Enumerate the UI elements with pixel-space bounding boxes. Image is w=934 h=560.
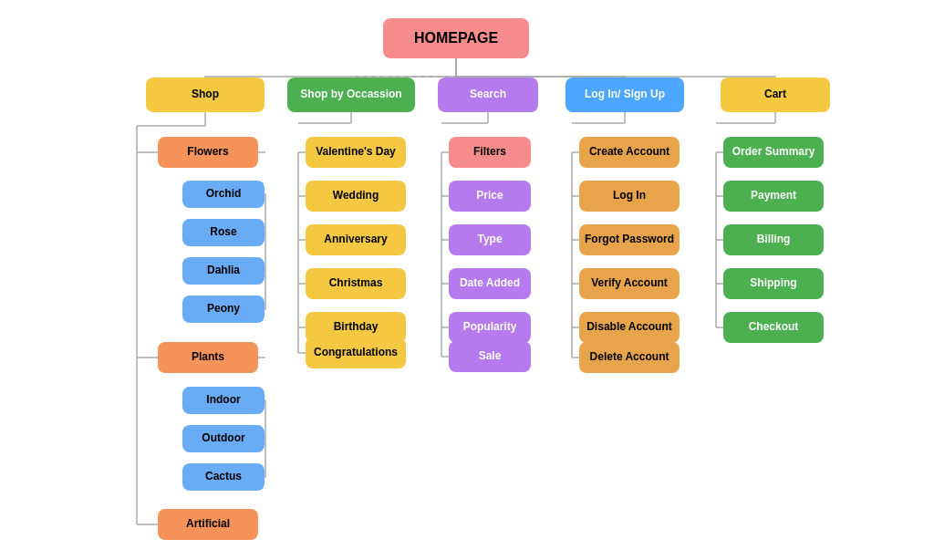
node-sale[interactable]: Sale xyxy=(449,341,531,372)
node-rose[interactable]: Rose xyxy=(182,219,265,246)
node-cart[interactable]: Cart xyxy=(721,78,830,112)
node-order_summary[interactable]: Order Summary xyxy=(723,137,824,168)
node-shipping[interactable]: Shipping xyxy=(723,268,824,299)
node-checkout[interactable]: Checkout xyxy=(723,312,824,343)
node-plants[interactable]: Plants xyxy=(158,342,258,373)
node-price[interactable]: Price xyxy=(449,181,531,212)
node-payment[interactable]: Payment xyxy=(723,181,824,212)
node-anniversary[interactable]: Anniversary xyxy=(306,224,406,255)
node-forgot_password[interactable]: Forgot Password xyxy=(579,224,680,255)
node-indoor[interactable]: Indoor xyxy=(182,387,265,414)
node-homepage[interactable]: HOMEPAGE xyxy=(383,18,529,58)
site-map-diagram: HOMEPAGEShopShop by OccassionSearchLog I… xyxy=(0,0,934,560)
node-popularity[interactable]: Popularity xyxy=(449,312,531,343)
node-peony[interactable]: Peony xyxy=(182,296,265,323)
node-shop_by_occasion[interactable]: Shop by Occassion xyxy=(287,78,415,112)
node-dahlia[interactable]: Dahlia xyxy=(182,257,265,285)
node-log_in[interactable]: Log In xyxy=(579,181,680,212)
node-create_account[interactable]: Create Account xyxy=(579,137,680,168)
node-type[interactable]: Type xyxy=(449,224,531,255)
node-outdoor[interactable]: Outdoor xyxy=(182,425,265,452)
node-billing[interactable]: Billing xyxy=(723,224,824,255)
node-verify_account[interactable]: Verify Account xyxy=(579,268,680,299)
node-wedding[interactable]: Wedding xyxy=(306,181,406,212)
node-delete_account[interactable]: Delete Account xyxy=(579,342,680,373)
node-flowers[interactable]: Flowers xyxy=(158,137,258,168)
node-cactus[interactable]: Cactus xyxy=(182,463,265,491)
node-valentines[interactable]: Valentine's Day xyxy=(306,137,406,168)
node-disable_account[interactable]: Disable Account xyxy=(579,312,680,343)
node-christmas[interactable]: Christmas xyxy=(306,268,406,299)
node-congratulations[interactable]: Congratulations xyxy=(306,337,406,368)
node-search[interactable]: Search xyxy=(438,78,538,112)
node-login_signup[interactable]: Log In/ Sign Up xyxy=(566,78,684,112)
node-shop[interactable]: Shop xyxy=(146,78,265,112)
node-date_added[interactable]: Date Added xyxy=(449,268,531,299)
node-filters[interactable]: Filters xyxy=(449,137,531,168)
node-artificial[interactable]: Artificial xyxy=(158,509,258,540)
node-orchid[interactable]: Orchid xyxy=(182,181,265,208)
